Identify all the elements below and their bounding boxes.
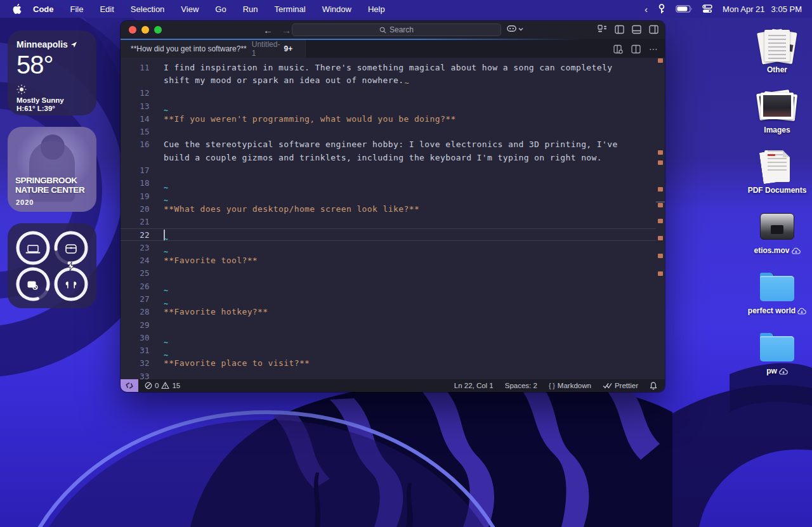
tab-untitled-1[interactable]: **How did you get into software?** Untit… bbox=[121, 40, 306, 58]
line-number[interactable]: 15 bbox=[121, 127, 150, 136]
line-number[interactable]: 24 bbox=[121, 256, 150, 265]
command-center-search[interactable]: Search bbox=[292, 23, 501, 36]
line-number[interactable]: 14 bbox=[121, 114, 150, 124]
split-editor-icon[interactable] bbox=[631, 44, 641, 54]
menu-item-window[interactable]: Window bbox=[322, 4, 351, 14]
customize-layout-icon[interactable] bbox=[598, 25, 607, 34]
editor-line[interactable]: 21 bbox=[121, 216, 656, 228]
editor-line[interactable]: 29 bbox=[121, 318, 656, 331]
menu-item-go[interactable]: Go bbox=[215, 4, 226, 14]
menu-item-file[interactable]: File bbox=[70, 4, 84, 14]
weather-widget[interactable]: Minneapolis 58° Mostly Sunny H:61° L:39° bbox=[8, 30, 96, 115]
line-number[interactable]: 26 bbox=[121, 282, 150, 291]
problems-summary[interactable]: 0 15 bbox=[145, 382, 180, 389]
editor-line[interactable]: 30~ bbox=[121, 331, 656, 344]
remote-indicator[interactable] bbox=[121, 379, 138, 392]
batteries-widget[interactable] bbox=[8, 223, 96, 308]
editor-line[interactable]: shift my mood or spark an idea out of no… bbox=[121, 74, 656, 86]
desktop-icon-other[interactable]: Other bbox=[750, 28, 804, 88]
copilot-menu[interactable] bbox=[506, 24, 523, 34]
desktop-icon-perfect-world[interactable]: perfect world bbox=[750, 269, 804, 329]
editor-line[interactable]: 31~ bbox=[121, 344, 656, 357]
editor-line[interactable]: 19~ bbox=[121, 190, 656, 202]
editor-line[interactable]: 32**Favorite place to visit?** bbox=[121, 357, 656, 370]
line-number[interactable]: 29 bbox=[121, 320, 150, 330]
editor-pane[interactable]: 11I find inspiration in music. There's s… bbox=[121, 58, 665, 379]
battery-ring-macbook[interactable] bbox=[15, 230, 51, 266]
line-number[interactable]: 28 bbox=[121, 307, 150, 316]
editor-line[interactable]: 18~ bbox=[121, 177, 656, 190]
apple-menu-icon[interactable] bbox=[13, 4, 22, 14]
toggle-secondary-sidebar-icon[interactable] bbox=[649, 25, 658, 34]
line-number[interactable]: 27 bbox=[121, 294, 150, 304]
editor-line[interactable]: 13~ bbox=[121, 100, 656, 112]
line-number[interactable]: 21 bbox=[121, 217, 150, 226]
indentation-setting[interactable]: Spaces: 2 bbox=[505, 382, 537, 389]
minimize-button[interactable] bbox=[141, 26, 149, 34]
toggle-panel-icon[interactable] bbox=[632, 25, 641, 34]
open-changes-icon[interactable] bbox=[613, 44, 623, 54]
close-button[interactable] bbox=[129, 26, 136, 34]
key-icon[interactable] bbox=[658, 4, 665, 14]
editor-line[interactable]: 26~ bbox=[121, 280, 656, 292]
editor-line[interactable]: 14**If you weren't programming, what wou… bbox=[121, 112, 656, 125]
notifications-bell-icon[interactable] bbox=[650, 382, 657, 390]
battery-ring-trackpad[interactable] bbox=[15, 266, 51, 302]
menu-item-view[interactable]: View bbox=[181, 4, 199, 14]
editor-line[interactable]: 20**What does your desktop/home screen l… bbox=[121, 202, 656, 215]
editor-line[interactable]: 28**Favorite hotkey?** bbox=[121, 306, 656, 318]
editor-line[interactable]: 27~ bbox=[121, 292, 656, 305]
editor-line[interactable]: 25 bbox=[121, 267, 656, 280]
line-number[interactable]: 25 bbox=[121, 268, 150, 278]
menu-item-selection[interactable]: Selection bbox=[131, 4, 164, 14]
menu-item-edit[interactable]: Edit bbox=[100, 4, 114, 14]
battery-icon[interactable] bbox=[676, 5, 692, 13]
line-number[interactable]: 13 bbox=[121, 101, 150, 111]
line-number[interactable]: 11 bbox=[121, 63, 150, 72]
language-mode[interactable]: { } Markdown bbox=[549, 382, 591, 389]
menubar-clock[interactable]: Mon Apr 21 3:05 PM bbox=[723, 4, 802, 14]
more-actions-icon[interactable]: ⋯ bbox=[649, 44, 658, 54]
editor-line[interactable]: 33 bbox=[121, 370, 656, 379]
editor-line[interactable]: 16Cue the stereotypical software enginee… bbox=[121, 138, 656, 151]
line-number[interactable]: 32 bbox=[121, 358, 150, 368]
desktop-icon-pw[interactable]: pw bbox=[750, 329, 804, 389]
forward-button[interactable]: → bbox=[282, 25, 291, 36]
line-number[interactable]: 22 bbox=[121, 230, 150, 240]
menu-item-terminal[interactable]: Terminal bbox=[275, 4, 306, 14]
control-center-icon[interactable] bbox=[702, 4, 712, 13]
desktop-icon-etios-mov[interactable]: etios.mov bbox=[750, 209, 804, 269]
toggle-primary-sidebar-icon[interactable] bbox=[615, 25, 624, 34]
formatter-status[interactable]: Prettier bbox=[603, 382, 638, 389]
editor-line[interactable]: 17 bbox=[121, 164, 656, 176]
editor-line[interactable]: 23~ bbox=[121, 241, 656, 254]
line-number[interactable]: 33 bbox=[121, 372, 150, 379]
photo-widget[interactable]: Springbrook Nature Center 2020 bbox=[8, 127, 96, 212]
battery-ring-airpods-case[interactable] bbox=[53, 230, 89, 266]
editor-line[interactable]: 15 bbox=[121, 125, 656, 138]
zoom-button[interactable] bbox=[154, 26, 162, 34]
line-number[interactable]: 30 bbox=[121, 333, 150, 342]
line-number[interactable]: 18 bbox=[121, 178, 150, 188]
menu-item-help[interactable]: Help bbox=[368, 4, 385, 14]
menu-item-run[interactable]: Run bbox=[243, 4, 258, 14]
line-number[interactable]: 17 bbox=[121, 166, 150, 175]
line-number[interactable]: 12 bbox=[121, 88, 150, 98]
editor-line[interactable]: 24**Favorite tool?** bbox=[121, 254, 656, 266]
cursor-position[interactable]: Ln 22, Col 1 bbox=[454, 382, 494, 389]
desktop-icon-images[interactable]: Images bbox=[750, 88, 804, 148]
menu-item-app[interactable]: Code bbox=[33, 4, 54, 14]
back-button[interactable]: ← bbox=[263, 25, 273, 36]
menubar-collapse-icon[interactable]: ‹ bbox=[645, 4, 648, 15]
line-number[interactable]: 19 bbox=[121, 192, 150, 201]
editor-line[interactable]: build a couple gizmos and trinklets, inc… bbox=[121, 151, 656, 164]
line-number[interactable]: 20 bbox=[121, 204, 150, 214]
overview-ruler[interactable] bbox=[656, 58, 665, 379]
window-titlebar[interactable]: ← → Search bbox=[121, 21, 665, 39]
desktop-icon-pdf-documents[interactable]: PDF Documents bbox=[750, 148, 804, 209]
battery-ring-airpods[interactable] bbox=[53, 266, 89, 302]
line-number[interactable]: 31 bbox=[121, 346, 150, 355]
line-number[interactable]: 23 bbox=[121, 243, 150, 252]
editor-line[interactable]: 11I find inspiration in music. There's s… bbox=[121, 61, 656, 74]
line-number[interactable]: 16 bbox=[121, 140, 150, 149]
